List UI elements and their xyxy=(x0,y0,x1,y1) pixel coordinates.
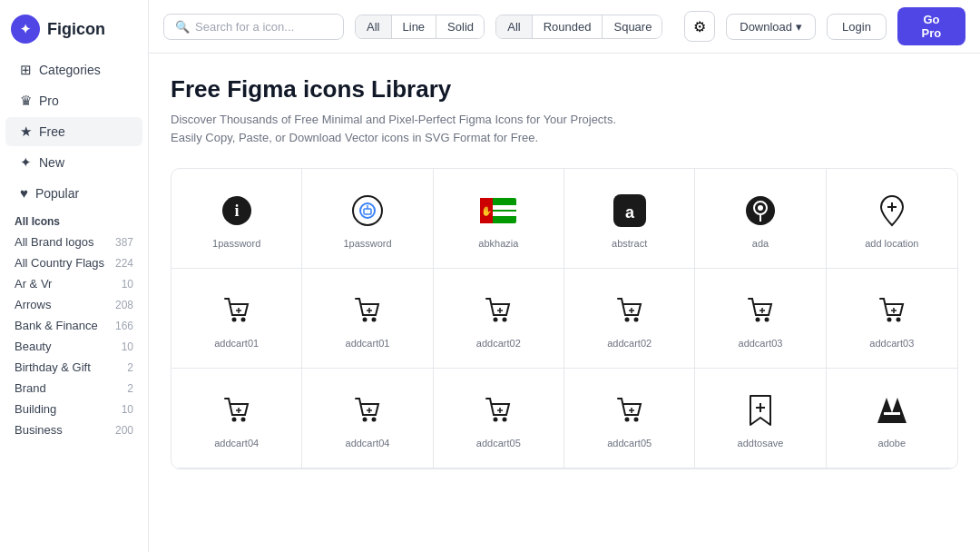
filter-all[interactable]: All xyxy=(356,15,391,38)
icon-label: add location xyxy=(865,238,918,249)
icon-label: abkhazia xyxy=(478,238,518,249)
svg-point-19 xyxy=(231,317,236,321)
sidebar-item-popular[interactable]: ♥ Popular xyxy=(5,179,142,207)
icon-label: addcart04 xyxy=(346,438,390,448)
sidebar-item-pro[interactable]: ♛ Pro xyxy=(5,86,142,115)
download-button[interactable]: Download ▾ xyxy=(726,14,816,40)
sidebar-category-brand[interactable]: Brand 2 xyxy=(0,378,148,399)
icon-cell-addcart03-1[interactable]: addcart03 xyxy=(695,269,826,369)
category-count: 10 xyxy=(122,340,133,353)
abkhazia-flag-icon: ✋ xyxy=(480,192,516,229)
filter-line[interactable]: Line xyxy=(392,15,437,38)
svg-point-39 xyxy=(887,317,891,321)
sidebar-label: Pro xyxy=(39,94,59,108)
addcart01-icon-2 xyxy=(349,292,386,329)
icon-cell-1password-2[interactable]: 1password xyxy=(302,169,433,269)
icon-cell-ada[interactable]: ada xyxy=(695,169,826,269)
category-label: All Country Flags xyxy=(15,256,104,270)
svg-rect-4 xyxy=(364,209,371,214)
category-label: Birthday & Gift xyxy=(15,360,91,374)
category-label: Bank & Finance xyxy=(15,319,98,332)
icon-cell-adobe[interactable]: adobe xyxy=(827,369,957,468)
header: 🔍 Search for a icon... All Line Solid Al… xyxy=(149,0,980,54)
sidebar-category-building[interactable]: Building 10 xyxy=(0,399,148,419)
icon-cell-addcart04-1[interactable]: addcart04 xyxy=(172,369,302,468)
icon-cell-1password-1[interactable]: i 1password xyxy=(172,169,302,269)
addcart05-icon-2 xyxy=(612,392,648,429)
icon-cell-addcart04-2[interactable]: addcart04 xyxy=(302,369,433,468)
star-icon: ★ xyxy=(20,123,32,140)
sidebar-item-categories[interactable]: ⊞ Categories xyxy=(5,55,142,84)
gopro-button[interactable]: Go Pro xyxy=(897,7,965,45)
category-label: Beauty xyxy=(15,340,51,353)
svg-rect-61 xyxy=(884,412,900,415)
heart-icon: ♥ xyxy=(20,185,28,201)
icon-label: addcart05 xyxy=(607,438,652,448)
sidebar-category-beauty[interactable]: Beauty 10 xyxy=(0,336,148,357)
sidebar-category-business[interactable]: Business 200 xyxy=(0,419,148,440)
icon-cell-addcart03-2[interactable]: addcart03 xyxy=(827,269,957,369)
icon-cell-addcart01-2[interactable]: addcart01 xyxy=(302,269,433,369)
icon-label: abstract xyxy=(612,238,647,249)
logo[interactable]: ✦ Figicon xyxy=(0,11,148,54)
svg-text:a: a xyxy=(625,203,635,222)
svg-point-44 xyxy=(240,417,245,421)
svg-point-15 xyxy=(758,205,763,211)
svg-point-52 xyxy=(503,417,507,421)
addcart01-icon-1 xyxy=(219,292,255,329)
svg-point-55 xyxy=(624,417,629,421)
addcart02-icon-2 xyxy=(612,292,648,329)
icon-cell-abkhazia[interactable]: ✋ abkhazia xyxy=(434,169,564,269)
main-content: 🔍 Search for a icon... All Line Solid Al… xyxy=(149,0,980,552)
icon-cell-addcart01-1[interactable]: addcart01 xyxy=(172,269,302,369)
svg-point-43 xyxy=(231,417,236,421)
svg-text:i: i xyxy=(234,202,239,220)
sidebar-category-birthday-gift[interactable]: Birthday & Gift 2 xyxy=(0,357,148,378)
style-all[interactable]: All xyxy=(496,15,532,38)
icon-cell-addtosave[interactable]: addtosave xyxy=(695,369,826,468)
category-count: 166 xyxy=(115,320,133,332)
svg-point-48 xyxy=(371,417,376,421)
sidebar-category-bank-finance[interactable]: Bank & Finance 166 xyxy=(0,315,148,336)
search-box[interactable]: 🔍 Search for a icon... xyxy=(163,14,344,40)
icon-cell-add-location[interactable]: add location xyxy=(827,169,957,269)
sidebar-category-arrows[interactable]: Arrows 208 xyxy=(0,294,148,315)
all-icons-title: All Icons xyxy=(0,208,148,232)
sidebar-category-country-flags[interactable]: All Country Flags 224 xyxy=(0,252,148,273)
sidebar-item-free[interactable]: ★ Free xyxy=(5,117,142,146)
sidebar-item-new[interactable]: ✦ New xyxy=(5,148,142,177)
grid-icon: ⊞ xyxy=(20,62,32,78)
icon-cell-addcart05-1[interactable]: addcart05 xyxy=(434,369,564,468)
style-square[interactable]: Square xyxy=(603,15,662,38)
category-label: All Brand logos xyxy=(15,235,93,249)
style-rounded[interactable]: Rounded xyxy=(533,15,603,38)
icon-label: addtosave xyxy=(738,438,784,448)
icon-label: addcart02 xyxy=(607,338,652,349)
addcart05-icon-1 xyxy=(480,392,516,429)
download-label: Download xyxy=(740,20,792,34)
category-label: Arrows xyxy=(15,298,51,311)
content-area: Free Figma icons Library Discover Thousa… xyxy=(149,54,980,552)
settings-button[interactable]: ⚙ xyxy=(684,11,715,42)
filter-solid[interactable]: Solid xyxy=(436,15,485,38)
icon-cell-addcart02-2[interactable]: addcart02 xyxy=(564,269,695,369)
icon-label: addcart03 xyxy=(869,338,914,349)
svg-point-56 xyxy=(633,417,638,421)
sidebar-category-ar-vr[interactable]: Ar & Vr 10 xyxy=(0,273,148,294)
abstract-icon: a xyxy=(612,192,648,229)
icon-cell-abstract[interactable]: a abstract xyxy=(564,169,695,269)
svg-point-2 xyxy=(353,196,382,225)
logo-text: Figicon xyxy=(47,20,105,39)
login-button[interactable]: Login xyxy=(827,14,887,40)
sidebar-label: Popular xyxy=(35,186,79,201)
category-label: Ar & Vr xyxy=(15,277,52,291)
category-count: 387 xyxy=(115,236,133,249)
category-label: Building xyxy=(15,402,56,416)
icon-cell-addcart05-2[interactable]: addcart05 xyxy=(564,369,695,468)
icon-label: addcart01 xyxy=(346,338,390,349)
icon-cell-addcart02-1[interactable]: addcart02 xyxy=(434,269,564,369)
svg-point-32 xyxy=(633,317,638,321)
gear-icon: ⚙ xyxy=(693,18,706,35)
sidebar-category-brand-logos[interactable]: All Brand logos 387 xyxy=(0,232,148,252)
svg-point-51 xyxy=(494,417,498,421)
